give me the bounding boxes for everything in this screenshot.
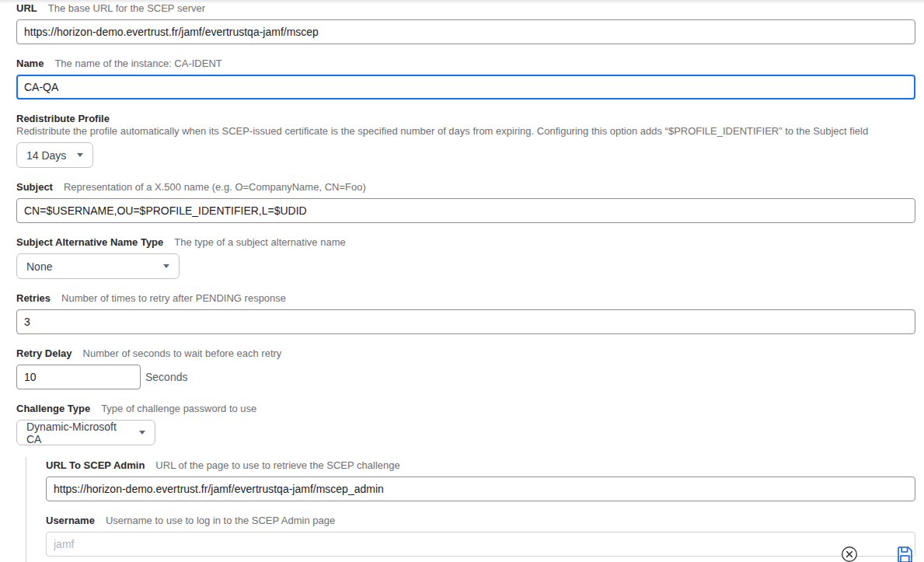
challenge-type-description: Type of challenge password to use [101,403,256,414]
challenge-type-selected-value: Dynamic-Microsoft CA [26,421,130,445]
caret-down-icon [163,264,169,268]
name-description: The name of the instance: CA-IDENT [54,58,221,69]
floppy-disk-icon [897,554,912,562]
field-label-row: URLThe base URL for the SCEP server [16,2,915,15]
scep-admin-url-input[interactable] [46,476,915,501]
field-label-row: NameThe name of the instance: CA-IDENT [16,58,915,70]
retry-delay-input-row: Seconds [16,365,915,389]
field-group-redistribute-profile: Redistribute Profile Redistribute the pr… [16,113,915,168]
san-type-dropdown[interactable]: None [16,253,180,279]
san-type-label: Subject Alternative Name Type [16,236,163,248]
save-button[interactable] [897,546,912,562]
name-input[interactable] [16,75,915,99]
scep-settings-form: URLThe base URL for the SCEP server Name… [0,0,924,562]
field-label-row: SubjectRepresentation of a X.500 name (e… [16,181,915,194]
username-input[interactable] [46,532,915,557]
retries-input[interactable] [16,309,915,334]
url-description: The base URL for the SCEP server [48,2,205,14]
field-label-row: Challenge TypeType of challenge password… [16,403,915,415]
san-type-description: The type of a subject alternative name [174,236,345,248]
subject-description: Representation of a X.500 name (e.g. O=C… [64,181,366,193]
san-type-selected-value: None [26,260,52,273]
field-group-name: NameThe name of the instance: CA-IDENT [16,58,915,99]
field-group-scep-admin-url: URL To SCEP AdminURL of the page to use … [46,459,915,501]
retries-label: Retries [16,292,51,304]
redistribute-profile-label: Redistribute Profile [16,113,110,124]
field-label-row: Retry DelayNumber of seconds to wait bef… [16,347,915,360]
field-group-username: UsernameUsername to use to log in to the… [46,515,915,557]
retry-delay-label: Retry Delay [16,347,72,359]
caret-down-icon [77,153,83,157]
username-label: Username [46,515,95,526]
field-label-row: Redistribute Profile [16,113,915,125]
cancel-button[interactable] [841,546,858,562]
challenge-type-label: Challenge Type [16,403,90,414]
name-label: Name [16,58,44,69]
redistribute-profile-selected-value: 14 Days [26,149,66,162]
challenge-type-dropdown[interactable]: Dynamic-Microsoft CA [16,420,155,445]
subject-input[interactable] [16,198,915,223]
circle-x-icon [841,553,858,562]
retries-description: Number of times to retry after PENDING r… [61,292,286,304]
field-label-row: UsernameUsername to use to log in to the… [46,515,915,527]
retry-delay-unit-label: Seconds [145,371,187,383]
field-group-subject: SubjectRepresentation of a X.500 name (e… [16,181,915,223]
scep-admin-subsection: URL To SCEP AdminURL of the page to use … [26,457,915,562]
subject-label: Subject [16,181,53,193]
url-input[interactable] [16,19,915,44]
caret-down-icon [139,431,145,435]
field-label-row: RetriesNumber of times to retry after PE… [16,292,915,305]
field-group-retries: RetriesNumber of times to retry after PE… [16,292,915,334]
field-group-challenge-type: Challenge TypeType of challenge password… [16,403,915,445]
field-group-url: URLThe base URL for the SCEP server [16,2,915,44]
url-label: URL [16,2,37,14]
field-group-retry-delay: Retry DelayNumber of seconds to wait bef… [16,347,915,389]
retry-delay-description: Number of seconds to wait before each re… [83,347,282,359]
redistribute-profile-dropdown[interactable]: 14 Days [16,142,93,168]
scep-admin-url-description: URL of the page to use to retrieve the S… [155,459,399,471]
username-description: Username to use to log in to the SCEP Ad… [106,515,335,526]
redistribute-profile-description: Redistribute the profile automatically w… [16,125,915,138]
field-group-san-type: Subject Alternative Name TypeThe type of… [16,236,915,279]
field-label-row: URL To SCEP AdminURL of the page to use … [46,459,915,472]
field-label-row: Subject Alternative Name TypeThe type of… [16,236,915,249]
retry-delay-input[interactable] [16,365,141,389]
scep-admin-url-label: URL To SCEP Admin [46,459,145,471]
